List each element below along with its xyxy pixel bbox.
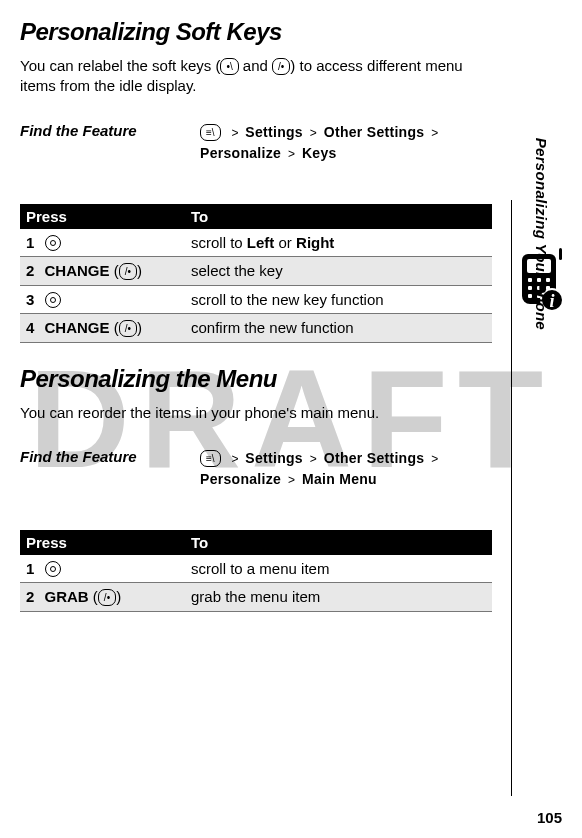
path-other-settings: Other Settings	[324, 450, 425, 466]
page-content: Personalizing Soft Keys You can relabel …	[0, 0, 582, 654]
change-label: CHANGE	[45, 319, 110, 336]
nav-key-icon	[45, 561, 61, 577]
nav-key-icon	[45, 235, 61, 251]
find-feature-path: ≡\ > Settings > Other Settings > Persona…	[200, 122, 492, 164]
path-other-settings: Other Settings	[324, 124, 425, 140]
nav-key-icon	[45, 292, 61, 308]
path-main-menu: Main Menu	[302, 471, 377, 487]
path-keys: Keys	[302, 145, 337, 161]
path-personalize: Personalize	[200, 471, 281, 487]
path-sep: >	[428, 126, 441, 140]
menu-intro: You can reorder the items in your phone'…	[20, 403, 492, 423]
cell-text: grab the menu item	[185, 582, 492, 611]
path-personalize: Personalize	[200, 145, 281, 161]
find-feature-row: Find the Feature ≡\ > Settings > Other S…	[20, 448, 492, 490]
menu-key-icon: ≡\	[200, 124, 221, 141]
cell-text: scroll to	[191, 234, 247, 251]
intro-text: You can relabel the soft keys (	[20, 57, 220, 74]
soft-keys-intro: You can relabel the soft keys (•\ and /•…	[20, 56, 492, 97]
soft-keys-table: Press To 1 scroll to Left or Right 2 CHA…	[20, 204, 492, 343]
grab-label: GRAB	[45, 588, 89, 605]
cell-text: confirm the new function	[185, 313, 492, 342]
table-row: 1 scroll to a menu item	[20, 555, 492, 583]
table-row: 2 CHANGE (/•) select the key	[20, 256, 492, 285]
path-sep: >	[285, 473, 298, 487]
find-feature-row: Find the Feature ≡\ > Settings > Other S…	[20, 122, 492, 164]
menu-table: Press To 1 scroll to a menu item 2 GRAB …	[20, 530, 492, 612]
page-number: 105	[537, 809, 562, 826]
path-sep: >	[428, 452, 441, 466]
side-section-label: Personalizing Your Phone	[533, 138, 550, 330]
col-press: Press	[20, 530, 185, 555]
table-row: 3 scroll to the new key function	[20, 285, 492, 313]
step-num: 4	[26, 319, 40, 336]
heading-menu: Personalizing the Menu	[20, 365, 492, 393]
path-settings: Settings	[245, 450, 303, 466]
col-to: To	[185, 530, 492, 555]
col-press: Press	[20, 204, 185, 229]
cell-text: scroll to the new key function	[185, 285, 492, 313]
right-label: Right	[296, 234, 334, 251]
col-to: To	[185, 204, 492, 229]
step-num: 1	[26, 234, 40, 251]
cell-text: or	[274, 234, 296, 251]
soft-key-left-icon: •\	[220, 58, 238, 75]
path-sep: >	[307, 126, 320, 140]
path-sep: >	[285, 147, 298, 161]
table-row: 2 GRAB (/•) grab the menu item	[20, 582, 492, 611]
soft-key-right-icon: /•	[119, 263, 137, 280]
step-num: 1	[26, 560, 40, 577]
soft-key-right-icon: /•	[98, 589, 116, 606]
table-row: 1 scroll to Left or Right	[20, 229, 492, 257]
path-settings: Settings	[245, 124, 303, 140]
change-label: CHANGE	[45, 262, 110, 279]
find-feature-path: ≡\ > Settings > Other Settings > Persona…	[200, 448, 492, 490]
find-feature-label: Find the Feature	[20, 122, 200, 164]
intro-text: and	[239, 57, 272, 74]
step-num: 2	[26, 588, 40, 605]
heading-soft-keys: Personalizing Soft Keys	[20, 18, 492, 46]
side-divider	[511, 200, 512, 796]
path-sep: >	[228, 452, 241, 466]
left-label: Left	[247, 234, 275, 251]
cell-text: select the key	[185, 256, 492, 285]
step-num: 2	[26, 262, 40, 279]
soft-key-right-icon: /•	[272, 58, 290, 75]
path-sep: >	[228, 126, 241, 140]
table-row: 4 CHANGE (/•) confirm the new function	[20, 313, 492, 342]
cell-text: scroll to a menu item	[185, 555, 492, 583]
step-num: 3	[26, 291, 40, 308]
menu-key-icon: ≡\	[200, 450, 221, 467]
soft-key-right-icon: /•	[119, 320, 137, 337]
side-area: i Personalizing Your Phone 105	[502, 0, 582, 838]
find-feature-label: Find the Feature	[20, 448, 200, 490]
path-sep: >	[307, 452, 320, 466]
